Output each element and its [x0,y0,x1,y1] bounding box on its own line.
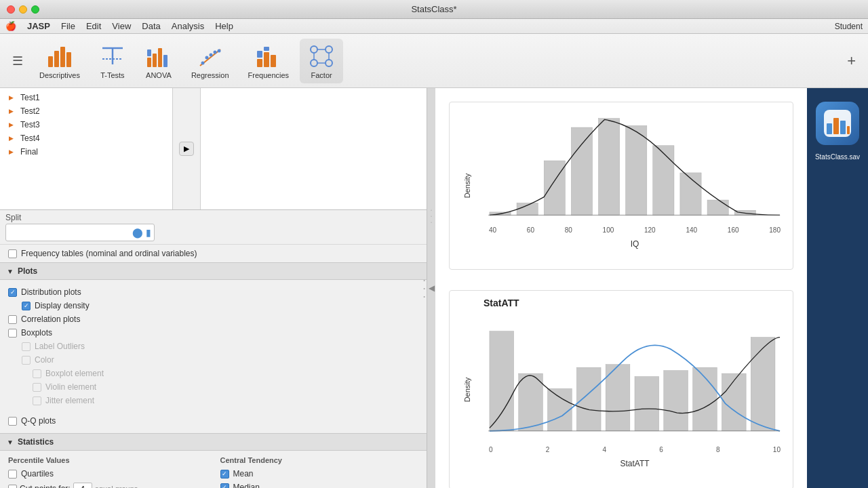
frequencies-button[interactable]: Frequencies [240,39,298,83]
mean-label: Mean [233,469,254,479]
display-density-checkbox[interactable] [22,302,31,310]
jitter-element-checkbox[interactable] [33,396,41,405]
split-input[interactable]: ⬤ ▮ [5,224,155,241]
chart-container: Density [435,88,807,488]
qq-plots-row: Q-Q plots [8,414,418,428]
svg-point-16 [213,50,216,54]
svg-rect-47 [635,377,659,431]
statistics-section-header[interactable]: ▼ Statistics [0,433,427,451]
file-menu[interactable]: File [61,21,75,31]
regression-icon [197,43,224,70]
data-menu[interactable]: Data [142,21,160,31]
svg-rect-10 [163,55,167,67]
iq-chart-wrapper: Density [449,102,793,270]
variable-item-test4[interactable]: ▶ Test4 [0,131,172,145]
variable-item-final[interactable]: ▶ Final [0,145,172,159]
left-panel-drag-handle[interactable]: • • • [422,274,427,302]
apple-menu[interactable]: 🍎 [5,21,16,31]
svg-rect-1 [54,51,59,67]
distribution-plots-checkbox[interactable] [8,288,17,297]
median-checkbox[interactable] [220,483,229,489]
iq-chart-x-ticks: 40 60 80 100 120 140 160 180 [484,226,786,234]
label-outliers-checkbox[interactable] [22,342,31,351]
color-row: Color [8,353,418,367]
minimize-button[interactable] [19,5,27,14]
split-icon-circle: ⬤ [132,227,143,238]
regression-button[interactable]: Regression [183,39,237,83]
hamburger-menu[interactable]: ☰ [7,48,28,74]
mean-row: Mean [220,467,419,481]
svg-point-17 [217,49,220,52]
boxplot-element-checkbox[interactable] [33,369,41,378]
violin-element-label: Violin element [45,382,96,392]
color-checkbox[interactable] [22,356,31,365]
percentile-values-col: Percentile Values Quartiles Cut points f… [8,456,207,488]
variables-area: ▶ Test1 ▶ Test2 ▶ Test3 ▶ Test4 ▶ Fina [0,88,427,210]
var-icon-final: ▶ [5,146,16,157]
svg-rect-19 [264,52,269,67]
qq-plots-label: Q-Q plots [21,416,56,426]
statatt-chart-wrapper: StatATT Density [449,290,793,488]
label-outliers-label: Label Outliers [35,342,85,351]
boxplots-checkbox[interactable] [8,329,17,338]
plots-section-header[interactable]: ▼ Plots [0,262,427,280]
central-tendency-col: Central Tendency Mean Median [220,456,419,488]
stats-arrow-icon: ▼ [7,439,14,446]
variable-item-test1[interactable]: ▶ Test1 [0,91,172,104]
variable-item-test3[interactable]: ▶ Test3 [0,118,172,131]
close-button[interactable] [7,5,15,14]
qq-plots-checkbox[interactable] [8,417,17,426]
statatt-chart-title: StatATT [484,298,786,308]
label-outliers-row: Label Outliers [8,340,418,353]
statatt-chart-x-label: StatATT [484,459,786,468]
t-tests-button[interactable]: T-Tests [91,39,134,83]
move-to-right-button[interactable]: ▶ [179,142,194,156]
descriptives-icon [46,43,73,70]
factor-icon [308,43,335,70]
split-icons: ⬤ ▮ [132,227,151,238]
svg-rect-50 [722,373,746,431]
svg-rect-3 [66,52,71,67]
t-tests-label: T-Tests [100,71,124,79]
variable-item-test2[interactable]: ▶ Test2 [0,104,172,118]
edit-menu[interactable]: Edit [86,21,101,31]
quartiles-label: Quartiles [21,469,54,479]
svg-point-15 [209,53,212,56]
add-analysis-button[interactable]: + [842,47,861,75]
analysis-menu[interactable]: Analysis [172,21,204,31]
svg-rect-2 [60,47,65,67]
svg-rect-22 [264,47,269,51]
svg-point-14 [205,56,208,59]
jasp-menu[interactable]: JASP [27,21,50,31]
quartiles-checkbox[interactable] [8,470,17,479]
variables-target[interactable] [200,88,427,209]
plots-options: Distribution plots Display density Corre… [0,280,427,433]
svg-rect-37 [653,146,674,216]
violin-element-checkbox[interactable] [33,383,41,392]
color-label: Color [35,355,54,365]
statsclass-dock-icon[interactable] [816,102,859,145]
svg-rect-54 [827,123,832,134]
traffic-lights [7,5,39,14]
correlation-plots-row: Correlation plots [8,312,418,326]
plots-arrow-icon: ▼ [7,268,14,275]
cut-points-input[interactable] [73,483,92,488]
panel-collapse-handle[interactable]: ◀ • • • [427,88,435,488]
anova-button[interactable]: ANOVA [137,39,180,83]
mean-checkbox[interactable] [220,470,229,479]
left-panel: ▶ Test1 ▶ Test2 ▶ Test3 ▶ Test4 ▶ Fina [0,88,427,488]
maximize-button[interactable] [31,5,39,14]
statsclass-dock-label: StatsClass.sav [815,153,860,161]
frequency-tables-checkbox[interactable] [8,249,17,258]
svg-rect-45 [576,367,601,431]
cut-points-checkbox[interactable] [8,485,17,489]
svg-rect-36 [626,125,647,215]
view-menu[interactable]: View [112,21,131,31]
correlation-plots-checkbox[interactable] [8,315,17,324]
violin-element-row: Violin element [8,380,418,394]
help-menu[interactable]: Help [215,21,233,31]
svg-rect-21 [257,51,262,58]
descriptives-button[interactable]: Descriptives [31,39,88,83]
factor-button[interactable]: Factor [300,39,343,83]
svg-rect-56 [840,121,846,134]
